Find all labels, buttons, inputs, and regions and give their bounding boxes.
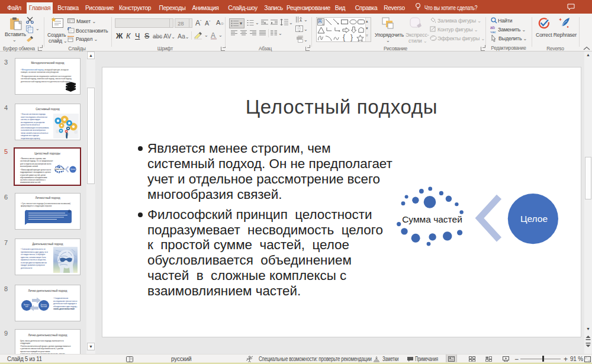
- svg-text:А: А: [300, 19, 302, 22]
- svg-text:Целое: Целое: [520, 214, 548, 224]
- svg-text:час: час: [490, 30, 496, 34]
- svg-text:Сумма частей: Сумма частей: [402, 214, 462, 224]
- svg-text:Целое: Целое: [70, 168, 76, 170]
- svg-text:ный: ный: [25, 305, 28, 308]
- svg-text:А: А: [318, 19, 321, 23]
- svg-text:ab: ab: [490, 25, 495, 30]
- svg-text:ностный: ностный: [41, 305, 47, 308]
